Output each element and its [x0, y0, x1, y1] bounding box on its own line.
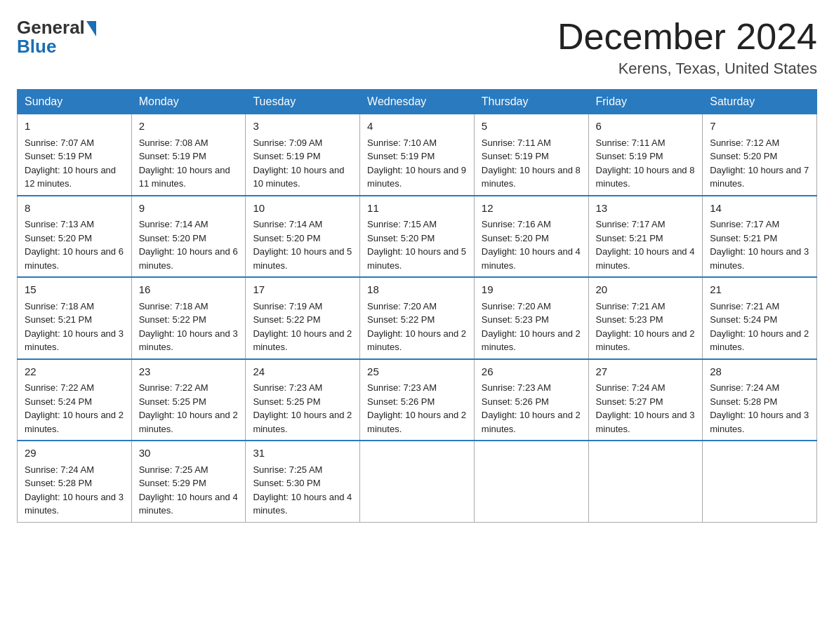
day-number: 1 — [25, 119, 124, 135]
calendar-week-4: 22Sunrise: 7:22 AMSunset: 5:24 PMDayligh… — [18, 359, 817, 441]
calendar-day-28: 28Sunrise: 7:24 AMSunset: 5:28 PMDayligh… — [703, 359, 817, 441]
calendar-day-6: 6Sunrise: 7:11 AMSunset: 5:19 PMDaylight… — [588, 114, 703, 196]
empty-cell — [474, 441, 588, 522]
calendar-day-3: 3Sunrise: 7:09 AMSunset: 5:19 PMDaylight… — [246, 114, 360, 196]
day-number: 12 — [482, 201, 581, 217]
calendar-day-13: 13Sunrise: 7:17 AMSunset: 5:21 PMDayligh… — [588, 196, 703, 278]
page-header: General Blue December 2024 Kerens, Texas… — [17, 17, 817, 78]
empty-cell — [360, 441, 475, 522]
day-number: 28 — [710, 364, 809, 380]
calendar-day-22: 22Sunrise: 7:22 AMSunset: 5:24 PMDayligh… — [18, 359, 132, 441]
calendar-day-5: 5Sunrise: 7:11 AMSunset: 5:19 PMDaylight… — [474, 114, 588, 196]
day-number: 7 — [710, 119, 809, 135]
calendar-day-25: 25Sunrise: 7:23 AMSunset: 5:26 PMDayligh… — [360, 359, 475, 441]
calendar-day-4: 4Sunrise: 7:10 AMSunset: 5:19 PMDaylight… — [360, 114, 475, 196]
calendar-day-31: 31Sunrise: 7:25 AMSunset: 5:30 PMDayligh… — [246, 441, 360, 522]
calendar-day-18: 18Sunrise: 7:20 AMSunset: 5:22 PMDayligh… — [360, 277, 475, 359]
day-number: 15 — [25, 282, 124, 298]
calendar-week-1: 1Sunrise: 7:07 AMSunset: 5:19 PMDaylight… — [18, 114, 817, 196]
day-number: 23 — [139, 364, 239, 380]
calendar-day-24: 24Sunrise: 7:23 AMSunset: 5:25 PMDayligh… — [246, 359, 360, 441]
day-number: 4 — [367, 119, 467, 135]
day-number: 19 — [482, 282, 581, 298]
calendar-day-17: 17Sunrise: 7:19 AMSunset: 5:22 PMDayligh… — [246, 277, 360, 359]
month-title: December 2024 — [557, 17, 817, 57]
calendar-day-2: 2Sunrise: 7:08 AMSunset: 5:19 PMDaylight… — [131, 114, 246, 196]
calendar-day-10: 10Sunrise: 7:14 AMSunset: 5:20 PMDayligh… — [246, 196, 360, 278]
empty-cell — [703, 441, 817, 522]
header-saturday: Saturday — [703, 90, 817, 114]
header-sunday: Sunday — [18, 90, 132, 114]
calendar-day-30: 30Sunrise: 7:25 AMSunset: 5:29 PMDayligh… — [131, 441, 246, 522]
day-number: 31 — [253, 445, 352, 462]
day-number: 10 — [253, 201, 352, 217]
calendar-day-7: 7Sunrise: 7:12 AMSunset: 5:20 PMDaylight… — [703, 114, 817, 196]
day-number: 24 — [253, 364, 352, 380]
calendar-day-11: 11Sunrise: 7:15 AMSunset: 5:20 PMDayligh… — [360, 196, 475, 278]
header-monday: Monday — [131, 90, 246, 114]
day-number: 17 — [253, 282, 352, 298]
calendar-day-9: 9Sunrise: 7:14 AMSunset: 5:20 PMDaylight… — [131, 196, 246, 278]
empty-cell — [588, 441, 703, 522]
day-number: 30 — [139, 445, 239, 462]
day-number: 16 — [139, 282, 239, 298]
day-number: 20 — [596, 282, 696, 298]
logo: General Blue — [17, 17, 96, 58]
day-number: 13 — [596, 201, 696, 217]
calendar-week-5: 29Sunrise: 7:24 AMSunset: 5:28 PMDayligh… — [18, 441, 817, 522]
day-number: 9 — [139, 201, 239, 217]
day-number: 21 — [710, 282, 809, 298]
header-thursday: Thursday — [474, 90, 588, 114]
day-number: 14 — [710, 201, 809, 217]
day-number: 26 — [482, 364, 581, 380]
day-number: 29 — [25, 445, 124, 462]
calendar-day-29: 29Sunrise: 7:24 AMSunset: 5:28 PMDayligh… — [18, 441, 132, 522]
day-number: 6 — [596, 119, 696, 135]
logo-triangle-icon — [86, 21, 96, 36]
calendar-week-2: 8Sunrise: 7:13 AMSunset: 5:20 PMDaylight… — [18, 196, 817, 278]
calendar-day-26: 26Sunrise: 7:23 AMSunset: 5:26 PMDayligh… — [474, 359, 588, 441]
logo-blue-text: Blue — [17, 36, 56, 58]
calendar-table: SundayMondayTuesdayWednesdayThursdayFrid… — [17, 89, 817, 523]
day-number: 27 — [596, 364, 696, 380]
day-number: 5 — [482, 119, 581, 135]
title-block: December 2024 Kerens, Texas, United Stat… — [557, 17, 817, 78]
day-number: 25 — [367, 364, 467, 380]
calendar-day-19: 19Sunrise: 7:20 AMSunset: 5:23 PMDayligh… — [474, 277, 588, 359]
calendar-header-row: SundayMondayTuesdayWednesdayThursdayFrid… — [18, 90, 817, 114]
calendar-day-20: 20Sunrise: 7:21 AMSunset: 5:23 PMDayligh… — [588, 277, 703, 359]
location-text: Kerens, Texas, United States — [557, 60, 817, 78]
day-number: 22 — [25, 364, 124, 380]
calendar-day-12: 12Sunrise: 7:16 AMSunset: 5:20 PMDayligh… — [474, 196, 588, 278]
day-number: 11 — [367, 201, 467, 217]
header-wednesday: Wednesday — [360, 90, 475, 114]
calendar-day-27: 27Sunrise: 7:24 AMSunset: 5:27 PMDayligh… — [588, 359, 703, 441]
calendar-day-15: 15Sunrise: 7:18 AMSunset: 5:21 PMDayligh… — [18, 277, 132, 359]
day-number: 8 — [25, 201, 124, 217]
day-number: 3 — [253, 119, 352, 135]
header-tuesday: Tuesday — [246, 90, 360, 114]
calendar-day-16: 16Sunrise: 7:18 AMSunset: 5:22 PMDayligh… — [131, 277, 246, 359]
header-friday: Friday — [588, 90, 703, 114]
calendar-day-1: 1Sunrise: 7:07 AMSunset: 5:19 PMDaylight… — [18, 114, 132, 196]
calendar-day-23: 23Sunrise: 7:22 AMSunset: 5:25 PMDayligh… — [131, 359, 246, 441]
calendar-day-14: 14Sunrise: 7:17 AMSunset: 5:21 PMDayligh… — [703, 196, 817, 278]
day-number: 18 — [367, 282, 467, 298]
calendar-week-3: 15Sunrise: 7:18 AMSunset: 5:21 PMDayligh… — [18, 277, 817, 359]
calendar-day-8: 8Sunrise: 7:13 AMSunset: 5:20 PMDaylight… — [18, 196, 132, 278]
calendar-day-21: 21Sunrise: 7:21 AMSunset: 5:24 PMDayligh… — [703, 277, 817, 359]
day-number: 2 — [139, 119, 239, 135]
